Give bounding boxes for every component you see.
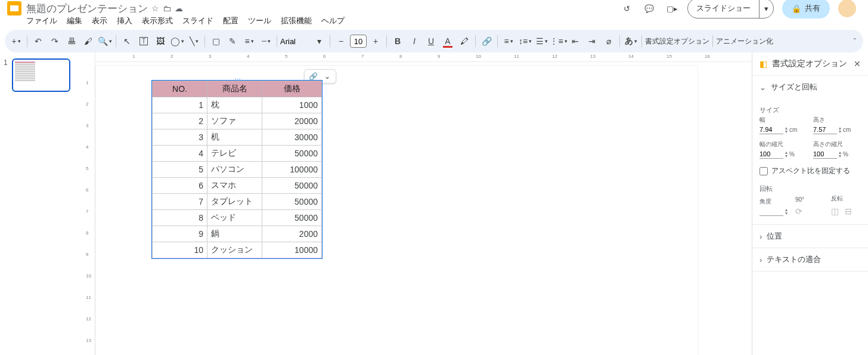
section-text-fit[interactable]: › テキストの適合 bbox=[752, 248, 868, 271]
table-row[interactable]: 2ソファ20000 bbox=[153, 113, 322, 129]
menu-view[interactable]: 表示 bbox=[88, 14, 111, 27]
share-button[interactable]: 🔒 共有 bbox=[782, 0, 830, 18]
angle-stepper[interactable]: ▴▾ bbox=[785, 208, 788, 215]
fill-color[interactable]: ▢ bbox=[208, 33, 224, 49]
paint-button[interactable]: 🖌 bbox=[80, 33, 96, 49]
app-icon[interactable] bbox=[7, 1, 21, 16]
font-select[interactable] bbox=[280, 37, 310, 46]
star-icon[interactable]: ☆ bbox=[151, 4, 159, 13]
dec-size[interactable]: − bbox=[333, 33, 349, 49]
col-price[interactable]: 価格 bbox=[262, 81, 322, 97]
rotate-90-icon[interactable]: ⟳ bbox=[795, 206, 802, 216]
chevron-down-icon[interactable]: ⌄ bbox=[321, 71, 333, 82]
history-icon[interactable]: ↺ bbox=[619, 4, 634, 13]
menu-arrange[interactable]: 配置 bbox=[219, 14, 242, 27]
comments-icon[interactable]: 💬 bbox=[642, 4, 656, 13]
font-dd[interactable]: ▾ bbox=[311, 33, 327, 49]
new-slide-button[interactable]: + bbox=[8, 33, 24, 49]
numbered-list[interactable]: ☰ bbox=[534, 33, 550, 49]
width-stepper[interactable]: ▴▾ bbox=[785, 126, 788, 134]
table-row[interactable]: 9鍋2000 bbox=[153, 226, 322, 242]
slideshow-dropdown[interactable]: ▾ bbox=[759, 0, 773, 18]
zoom-button[interactable]: 🔍 bbox=[97, 33, 113, 49]
print-button[interactable]: 🖶 bbox=[64, 33, 79, 49]
menu-edit[interactable]: 編集 bbox=[63, 14, 86, 27]
height-stepper[interactable]: ▴▾ bbox=[839, 126, 841, 134]
label-size: サイズ bbox=[760, 106, 861, 115]
select-tool[interactable]: ↖ bbox=[119, 33, 135, 49]
selection-box[interactable]: NO. 商品名 価格 1枕10002ソファ200003机300004テレビ500… bbox=[151, 80, 323, 259]
menu-help[interactable]: ヘルプ bbox=[318, 14, 348, 27]
flip-v-icon[interactable]: ⊟ bbox=[845, 206, 852, 216]
clear-format[interactable]: ⌀ bbox=[601, 33, 616, 49]
table-row[interactable]: 4テレビ50000 bbox=[153, 146, 322, 162]
table-row[interactable]: 8ベッド50000 bbox=[153, 210, 322, 226]
animation-link[interactable]: アニメーション化 bbox=[716, 36, 773, 47]
border-color[interactable]: ✎ bbox=[225, 33, 240, 49]
undo-button[interactable]: ↶ bbox=[30, 33, 46, 49]
menu-slide[interactable]: スライド bbox=[179, 14, 217, 27]
width-scale-input[interactable] bbox=[760, 150, 783, 159]
height-scale-input[interactable] bbox=[813, 150, 837, 159]
close-icon[interactable]: ✕ bbox=[854, 59, 861, 69]
format-options-link[interactable]: 書式設定オプション bbox=[645, 36, 709, 47]
italic-button[interactable]: I bbox=[407, 33, 422, 49]
menu-format[interactable]: 表示形式 bbox=[138, 14, 176, 27]
doc-title[interactable]: 無題のプレゼンテーション bbox=[26, 2, 148, 16]
lock-aspect-check[interactable]: アスペクト比を固定する bbox=[760, 166, 861, 176]
slideshow-label: スライドショー bbox=[688, 3, 759, 14]
angle-input[interactable] bbox=[760, 207, 783, 216]
slideshow-button[interactable]: スライドショー ▾ bbox=[687, 0, 774, 18]
section-size-rotate[interactable]: ⌄ サイズと回転 bbox=[752, 76, 868, 98]
menu-extensions[interactable]: 拡張機能 bbox=[277, 14, 315, 27]
table-row[interactable]: 7タブレット50000 bbox=[153, 194, 322, 210]
chevron-right-icon: › bbox=[760, 232, 762, 241]
border-weight[interactable]: ≡ bbox=[241, 33, 257, 49]
image-tool[interactable]: 🖼 bbox=[153, 33, 168, 49]
menu-tools[interactable]: ツール bbox=[244, 14, 275, 27]
text-color-button[interactable]: A bbox=[440, 33, 455, 49]
textbox-tool[interactable]: 🅃 bbox=[136, 33, 151, 49]
align-button[interactable]: ≡ bbox=[501, 33, 516, 49]
bullet-list[interactable]: ⋮≡ bbox=[551, 33, 566, 49]
col-name[interactable]: 商品名 bbox=[207, 81, 262, 97]
line-tool[interactable]: ╲ bbox=[186, 33, 202, 49]
bold-button[interactable]: B bbox=[390, 33, 405, 49]
font-size[interactable] bbox=[350, 35, 367, 48]
width-input[interactable] bbox=[760, 125, 783, 134]
table-row[interactable]: 6スマホ50000 bbox=[153, 178, 322, 194]
data-table[interactable]: NO. 商品名 価格 1枕10002ソファ200003机300004テレビ500… bbox=[152, 81, 322, 258]
highlight-button[interactable]: 🖍 bbox=[457, 33, 472, 49]
meet-icon[interactable]: ▢▸ bbox=[665, 4, 679, 13]
slide-thumbnail-1[interactable] bbox=[12, 58, 70, 92]
width-scale-stepper[interactable]: ▴▾ bbox=[785, 151, 788, 158]
label-rotation: 回転 bbox=[760, 184, 861, 193]
table-row[interactable]: 1枕1000 bbox=[153, 97, 322, 113]
line-spacing[interactable]: ↕≡ bbox=[517, 33, 533, 49]
underline-button[interactable]: U bbox=[423, 33, 439, 49]
input-tools[interactable]: あ bbox=[623, 33, 638, 49]
table-row[interactable]: 5パソコン100000 bbox=[153, 162, 322, 178]
table-row[interactable]: 10クッション10000 bbox=[153, 242, 322, 258]
menu-file[interactable]: ファイル bbox=[23, 14, 61, 27]
outdent[interactable]: ⇤ bbox=[568, 33, 583, 49]
section-position[interactable]: › 位置 bbox=[752, 225, 868, 248]
shape-tool[interactable]: ◯ bbox=[169, 33, 185, 49]
avatar[interactable] bbox=[838, 0, 856, 17]
collapse-toolbar[interactable]: ˆ bbox=[854, 37, 856, 46]
cloud-icon[interactable]: ☁ bbox=[175, 4, 183, 13]
lock-aspect-checkbox[interactable] bbox=[760, 167, 768, 175]
table-row[interactable]: 3机30000 bbox=[153, 129, 322, 146]
height-scale-stepper[interactable]: ▴▾ bbox=[839, 151, 841, 158]
menu-insert[interactable]: 挿入 bbox=[113, 14, 136, 27]
height-input[interactable] bbox=[813, 125, 837, 134]
slide-canvas[interactable]: 🔗 ⌄ NO. 商品名 価格 1枕10002ソファ200003机300004テレ… bbox=[95, 66, 698, 355]
border-dash[interactable]: ┄ bbox=[258, 33, 274, 49]
link-button[interactable]: 🔗 bbox=[479, 33, 494, 49]
indent[interactable]: ⇥ bbox=[584, 33, 600, 49]
move-icon[interactable]: 🗀 bbox=[163, 4, 171, 13]
flip-h-icon[interactable]: ◫ bbox=[831, 206, 839, 216]
redo-button[interactable]: ↷ bbox=[47, 33, 63, 49]
inc-size[interactable]: + bbox=[368, 33, 383, 49]
col-no[interactable]: NO. bbox=[153, 81, 207, 97]
